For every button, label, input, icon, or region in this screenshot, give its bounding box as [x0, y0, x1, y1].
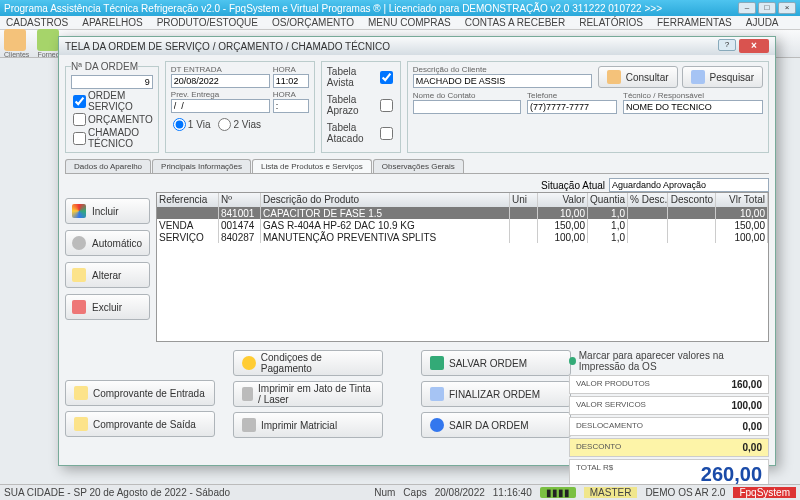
contato-input[interactable] — [413, 100, 521, 114]
cliente-input[interactable] — [413, 74, 592, 88]
via2-radio[interactable] — [218, 118, 231, 131]
consultar-button[interactable]: Consultar — [598, 66, 678, 88]
marcar-label: Marcar para aparecer valores na Impressã… — [579, 350, 769, 372]
tabs: Dados do AparelhoPrincipais InformaçõesL… — [65, 159, 769, 174]
status-demo: DEMO OS AR 2.0 — [645, 487, 725, 498]
entrada-group: DT ENTRADA HORA Prev. Entrega HORA 1 Via… — [165, 61, 315, 153]
situacao-select[interactable] — [609, 178, 769, 192]
hora-entrada-input[interactable] — [273, 74, 309, 88]
dialog-title: TELA DA ORDEM DE SERVIÇO / ORÇAMENTO / C… — [65, 41, 390, 52]
menu-relat-rios[interactable]: RELATÓRIOS — [579, 17, 643, 28]
printer-icon — [242, 387, 253, 401]
imprimir-jato-button[interactable]: Imprimir em Jato de Tinta / Laser — [233, 381, 383, 407]
automatico-button[interactable]: Automático — [65, 230, 150, 256]
ordem-label: Nª DA ORDEM — [71, 61, 138, 72]
cliente-group: Descrição do Cliente Consultar Pesquisar… — [407, 61, 769, 153]
prev-entrega-input[interactable] — [171, 99, 270, 113]
grid-header: ReferenciaNºDescrição do ProdutoUniValor… — [157, 193, 768, 207]
status-master: MASTER — [584, 487, 638, 498]
telefone-input[interactable] — [527, 100, 617, 114]
comprovante-saida-button[interactable]: Comprovante de Saída — [65, 411, 215, 437]
ordem-servico-checkbox[interactable] — [73, 95, 86, 108]
status-brand: FpqSystem — [733, 487, 796, 498]
finalizar-button[interactable]: FINALIZAR ORDEM — [421, 381, 571, 407]
dialog-help-button[interactable]: ? — [718, 39, 736, 51]
via1-radio[interactable] — [173, 118, 186, 131]
valor-servicos-line: VALOR SERVICOS100,00 — [569, 396, 769, 415]
dialog-close-button[interactable]: × — [739, 39, 769, 53]
table-row[interactable]: VENDA001474GAS R-404A HP-62 DAC 10.9 KG1… — [157, 219, 768, 231]
salvar-button[interactable]: SALVAR ORDEM — [421, 350, 571, 376]
menu-ferramentas[interactable]: FERRAMENTAS — [657, 17, 732, 28]
sair-button[interactable]: SAIR DA ORDEM — [421, 412, 571, 438]
desconto-line: DESCONTO0,00 — [569, 438, 769, 457]
app-title: Programa Assistência Técnica Refrigeraçã… — [4, 3, 662, 14]
tab-3[interactable]: Observações Gerais — [373, 159, 464, 173]
check-icon — [430, 356, 444, 370]
valor-produtos-line: VALOR PRODUTOS160,00 — [569, 375, 769, 394]
tabela-atacado-checkbox[interactable] — [380, 127, 393, 140]
consultar-icon — [607, 70, 621, 84]
clientes-icon[interactable] — [4, 29, 26, 51]
excluir-icon — [72, 300, 86, 314]
menu-contas-a-receber[interactable]: CONTAS A RECEBER — [465, 17, 565, 28]
app-titlebar: Programa Assistência Técnica Refrigeraçã… — [0, 0, 800, 16]
tabela-avista-checkbox[interactable] — [380, 71, 393, 84]
menubar: CADASTROSAPARELHOSPRODUTO/ESTOQUEOS/ORÇA… — [0, 16, 800, 30]
progress-indicator: ▮▮▮▮ — [540, 487, 576, 498]
situacao-label: Situação Atual — [541, 180, 605, 191]
printer-icon — [242, 418, 256, 432]
tabela-group: Tabela Avista Tabela Aprazo Tabela Ataca… — [321, 61, 401, 153]
tab-2[interactable]: Lista de Produtos e Serviços — [252, 159, 372, 173]
finish-icon — [430, 387, 444, 401]
close-button[interactable]: × — [778, 2, 796, 14]
alterar-button[interactable]: Alterar — [65, 262, 150, 288]
condicoes-pagamento-button[interactable]: Condiçoes de Pagamento — [233, 350, 383, 376]
barcode-icon — [72, 236, 86, 250]
ordem-servico-dialog: TELA DA ORDEM DE SERVIÇO / ORÇAMENTO / C… — [58, 36, 776, 466]
incluir-button[interactable]: Incluir — [65, 198, 150, 224]
data-entrada-input[interactable] — [171, 74, 270, 88]
pesquisar-button[interactable]: Pesquisar — [682, 66, 763, 88]
maximize-button[interactable]: □ — [758, 2, 776, 14]
menu-ajuda[interactable]: AJUDA — [746, 17, 779, 28]
comprovante-entrada-button[interactable]: Comprovante de Entrada — [65, 380, 215, 406]
minimize-button[interactable]: – — [738, 2, 756, 14]
status-location: SUA CIDADE - SP 20 de Agosto de 2022 - S… — [4, 487, 230, 498]
tabela-aprazo-checkbox[interactable] — [380, 99, 393, 112]
menu-aparelhos[interactable]: APARELHOS — [82, 17, 142, 28]
imprimir-matricial-button[interactable]: Imprimir Matricial — [233, 412, 383, 438]
produtos-grid[interactable]: ReferenciaNºDescrição do ProdutoUniValor… — [156, 192, 769, 342]
numero-ordem-group: Nª DA ORDEM ORDEM SERVIÇO ORÇAMENTO CHAM… — [65, 61, 159, 153]
prev-hora-input[interactable] — [273, 99, 309, 113]
marker-dot-icon — [569, 357, 576, 365]
dialog-titlebar: TELA DA ORDEM DE SERVIÇO / ORÇAMENTO / C… — [59, 37, 775, 55]
tecnico-input[interactable] — [623, 100, 763, 114]
exit-icon — [430, 418, 444, 432]
chamado-checkbox[interactable] — [73, 132, 86, 145]
orcamento-checkbox[interactable] — [73, 113, 86, 126]
fornecedores-icon[interactable] — [37, 29, 59, 51]
receipt-in-icon — [74, 386, 88, 400]
table-row[interactable]: 841001CAPACITOR DE FASE 1.510,001,010,00 — [157, 207, 768, 219]
receipt-out-icon — [74, 417, 88, 431]
statusbar: SUA CIDADE - SP 20 de Agosto de 2022 - S… — [0, 484, 800, 500]
menu-menu-compras[interactable]: MENU COMPRAS — [368, 17, 451, 28]
menu-cadastros[interactable]: CADASTROS — [6, 17, 68, 28]
incluir-icon — [72, 204, 86, 218]
pesquisar-icon — [691, 70, 705, 84]
clientes-label: Clientes — [4, 51, 29, 58]
alterar-icon — [72, 268, 86, 282]
fornec-label: Fornec — [37, 51, 59, 58]
tab-0[interactable]: Dados do Aparelho — [65, 159, 151, 173]
menu-produto-estoque[interactable]: PRODUTO/ESTOQUE — [157, 17, 258, 28]
menu-os-or-amento[interactable]: OS/ORÇAMENTO — [272, 17, 354, 28]
deslocamento-line: DESLOCAMENTO0,00 — [569, 417, 769, 436]
excluir-button[interactable]: Excluir — [65, 294, 150, 320]
coins-icon — [242, 356, 256, 370]
tab-1[interactable]: Principais Informações — [152, 159, 251, 173]
table-row[interactable]: SERVIÇO840287MANUTENÇÃO PREVENTIVA SPLIT… — [157, 231, 768, 243]
ordem-input[interactable] — [71, 75, 153, 89]
